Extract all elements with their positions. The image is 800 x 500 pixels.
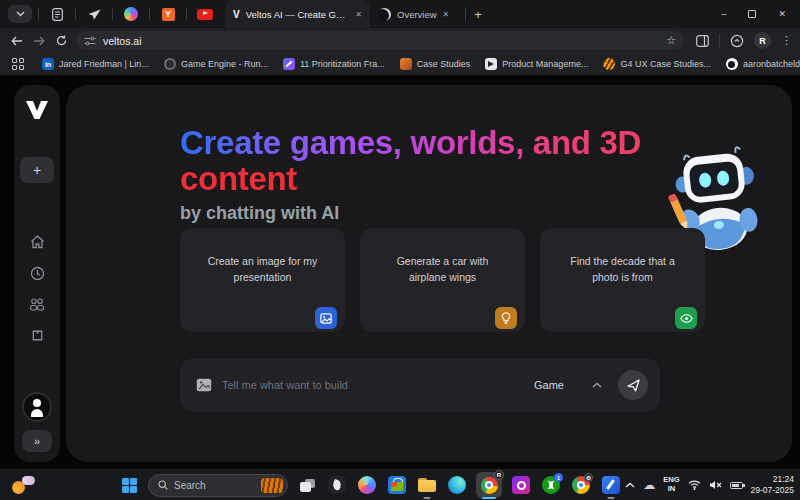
suggestion-card-generate[interactable]: Generate a car with airplane wings <box>360 228 525 332</box>
chrome-icon: ⚙ <box>572 476 590 494</box>
apps-grid-icon[interactable] <box>12 58 24 70</box>
app-icon-xbox[interactable]: 1 <box>540 471 562 499</box>
veltos-logo <box>24 99 50 121</box>
browser-tab-strip: Y V Veltos AI — Create Games & 3... ✕ Ov… <box>0 0 800 28</box>
bookmark-item[interactable]: aaronbatchelder/pr... <box>726 58 800 70</box>
prompt-input[interactable] <box>222 379 534 391</box>
onedrive-cloud-icon[interactable]: ☁ <box>643 479 655 491</box>
bookmark-item[interactable]: Product Manageme... <box>485 58 588 70</box>
arrow-left-icon <box>11 36 23 46</box>
page-viewport: + » Create games, worlds, and 3D content… <box>0 77 800 468</box>
clipchamp-icon <box>512 476 530 494</box>
browser-menu-button[interactable]: ⋮ <box>781 34 792 47</box>
bookmarks-bar: in Jared Friedman | Lin... Game Engine -… <box>0 53 800 76</box>
divider <box>112 8 113 20</box>
pinned-tab-hackernews[interactable]: Y <box>158 4 178 24</box>
new-tab-button[interactable]: + <box>474 7 482 22</box>
app-icon-store[interactable] <box>386 471 408 499</box>
suggestion-card-find[interactable]: Find the decade that a photo is from <box>540 228 705 332</box>
window-controls: – ✕ <box>721 9 800 19</box>
veltos-favicon: V <box>233 9 240 20</box>
chrome-ball-icon <box>481 477 498 494</box>
address-bar[interactable]: veltos.ai ☆ <box>76 31 684 50</box>
prioritization-icon <box>283 58 295 70</box>
app-icon-chrome-secondary[interactable]: ⚙ <box>570 471 592 499</box>
suggestion-card-image[interactable]: Create an image for my presentation <box>180 228 345 332</box>
chevron-down-icon <box>16 11 25 17</box>
pinned-tab-notes[interactable] <box>47 4 67 24</box>
app-icon-file-explorer[interactable] <box>416 471 438 499</box>
close-window-button[interactable]: ✕ <box>778 9 786 19</box>
mode-label: Game <box>534 379 564 391</box>
bookmark-item[interactable]: G4 UX Case Studies... <box>603 58 711 70</box>
tab-search-button[interactable] <box>8 5 32 23</box>
profile-avatar[interactable]: R <box>754 32 771 49</box>
pinned-tab-copilot[interactable] <box>121 4 141 24</box>
history-icon[interactable] <box>30 266 45 281</box>
system-tray: ☁ ENG IN 21:24 29-07-2025 <box>625 469 794 500</box>
attach-image-icon[interactable] <box>196 378 212 392</box>
tab-title: Veltos AI — Create Games & 3... <box>246 9 350 20</box>
browser-essentials-icon[interactable] <box>730 34 744 48</box>
battery-icon[interactable] <box>730 482 743 489</box>
expand-sidebar-button[interactable]: » <box>22 430 52 452</box>
bookmark-item[interactable]: Game Engine - Run... <box>164 58 268 70</box>
volume-muted-icon[interactable] <box>709 480 722 490</box>
youtube-icon <box>197 9 213 20</box>
app-sidebar: + » <box>14 85 60 462</box>
back-button[interactable] <box>6 36 28 46</box>
game-engine-icon <box>164 58 176 70</box>
paper-plane-icon <box>88 9 101 20</box>
pinned-tab-youtube[interactable] <box>195 4 215 24</box>
tab-overview[interactable]: Overview ✕ <box>370 0 457 28</box>
taskbar-clock[interactable]: 21:24 29-07-2025 <box>751 474 794 496</box>
side-panel-icon[interactable] <box>696 35 709 47</box>
hackernews-icon: Y <box>162 8 175 21</box>
minimize-button[interactable]: – <box>721 9 726 19</box>
app-icon-clipchamp[interactable] <box>510 471 532 499</box>
reload-button[interactable] <box>50 35 72 46</box>
app-icon-edge[interactable] <box>446 471 468 499</box>
divider <box>719 34 720 47</box>
leaf-app-icon <box>328 476 346 494</box>
folder-icon <box>418 478 436 492</box>
chevron-up-icon <box>592 382 602 388</box>
linkedin-icon: in <box>42 58 54 70</box>
start-button[interactable] <box>118 471 140 499</box>
close-tab-icon[interactable]: ✕ <box>355 10 362 19</box>
send-button[interactable] <box>618 370 648 400</box>
tab-veltos[interactable]: V Veltos AI — Create Games & 3... ✕ <box>225 0 370 28</box>
task-view-button[interactable] <box>296 471 318 499</box>
pinned-tab-share[interactable] <box>84 4 104 24</box>
forward-button[interactable] <box>28 36 50 46</box>
mode-selector[interactable]: Game <box>534 379 602 391</box>
app-icon-chrome-active[interactable]: R <box>476 471 502 499</box>
close-tab-icon[interactable]: ✕ <box>443 10 450 19</box>
app-icon-copilot[interactable] <box>356 471 378 499</box>
home-icon[interactable] <box>30 235 45 249</box>
tag-icon[interactable] <box>30 328 45 343</box>
hero-section: Create games, worlds, and 3D content by … <box>180 125 680 224</box>
app-icon-designer[interactable] <box>600 471 622 499</box>
language-indicator[interactable]: ENG IN <box>663 476 679 493</box>
wifi-icon[interactable] <box>688 480 701 490</box>
bookmark-item[interactable]: 11 Prioritization Fra... <box>283 58 385 70</box>
weather-widget-icon[interactable] <box>10 476 36 494</box>
bookmark-item[interactable]: Case Studies <box>400 58 471 70</box>
microsoft-store-icon <box>388 476 406 494</box>
new-project-button[interactable]: + <box>20 157 54 183</box>
divider <box>186 8 187 20</box>
community-icon[interactable] <box>29 298 45 311</box>
document-icon <box>52 8 63 21</box>
toolbar-actions: R ⋮ <box>696 32 792 49</box>
app-icon-notes[interactable] <box>326 471 348 499</box>
taskbar-search[interactable] <box>148 474 288 497</box>
restore-button[interactable] <box>748 10 756 18</box>
sidebar-bottom: » <box>22 394 52 462</box>
bookmark-star-icon[interactable]: ☆ <box>666 34 676 47</box>
user-avatar[interactable] <box>24 394 50 420</box>
tray-chevron-up-icon[interactable] <box>625 482 635 488</box>
bookmark-item[interactable]: in Jared Friedman | Lin... <box>42 58 149 70</box>
search-input[interactable] <box>174 480 261 491</box>
chrome-profile-badge: R <box>494 470 504 480</box>
